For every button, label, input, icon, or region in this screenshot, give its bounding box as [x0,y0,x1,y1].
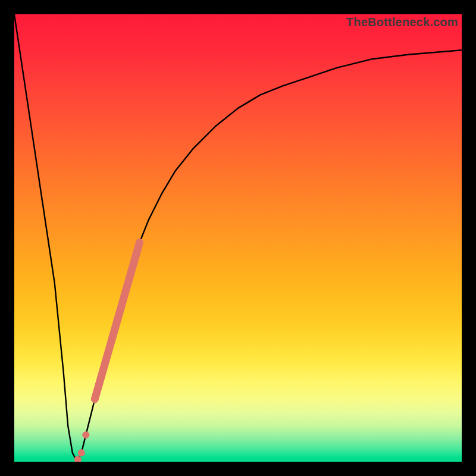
plot-area: TheBottleneck.com [14,14,462,462]
highlight-segment [95,243,139,399]
bottleneck-curve [14,14,462,462]
chart-svg [14,14,462,462]
highlight-dot [82,431,89,439]
highlight-dot [78,449,85,456]
chart-frame: TheBottleneck.com [0,0,476,476]
highlight-dots [74,431,90,462]
highlight-dot [74,456,82,462]
